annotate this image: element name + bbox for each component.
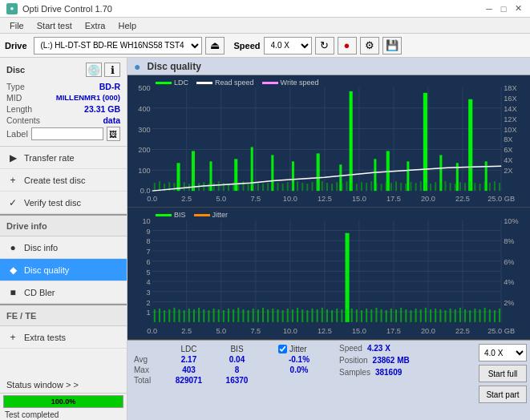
titlebar: ● Opti Drive Control 1.70 ─ □ ✕ — [0, 0, 530, 18]
svg-rect-208 — [311, 309, 313, 322]
stats-table-container: LDC BIS Jitter Avg — [131, 344, 323, 386]
svg-rect-231 — [420, 309, 422, 322]
svg-rect-212 — [331, 310, 333, 322]
svg-rect-80 — [257, 182, 259, 191]
jitter-checkbox[interactable] — [278, 345, 287, 353]
menu-file[interactable]: File — [3, 19, 30, 32]
svg-rect-98 — [346, 181, 348, 191]
nav-cd-bler[interactable]: ■ CD Bler — [0, 281, 127, 304]
svg-text:3: 3 — [147, 289, 151, 297]
svg-rect-112 — [415, 183, 417, 191]
drive-select[interactable]: (L:) HL-DT-ST BD-RE WH16NS58 TST4 — [34, 37, 202, 55]
nav-disc-quality[interactable]: ◆ Disc quality — [0, 259, 127, 281]
svg-rect-188 — [213, 309, 215, 322]
nav-transfer-rate[interactable]: ▶ Transfer rate — [0, 147, 127, 169]
test-speed-select[interactable]: 4.0 X — [479, 344, 527, 361]
disc-info-btn[interactable]: ℹ — [104, 63, 120, 77]
svg-rect-239 — [459, 308, 461, 322]
disc-info-icon: ● — [6, 241, 19, 254]
disc-length-row: Length 23.31 GB — [6, 104, 120, 114]
svg-rect-117 — [439, 183, 441, 191]
svg-rect-118 — [444, 181, 446, 191]
svg-rect-232 — [425, 308, 427, 322]
col-ldc: LDC — [163, 344, 215, 354]
refresh-button[interactable]: ↻ — [315, 37, 334, 55]
start-part-button[interactable]: Start part — [479, 386, 527, 403]
save-button[interactable]: 💾 — [382, 37, 402, 55]
svg-text:6X: 6X — [504, 147, 512, 155]
nav-transfer-rate-label: Transfer rate — [24, 153, 75, 163]
svg-rect-226 — [395, 309, 397, 322]
menu-extra[interactable]: Extra — [79, 19, 112, 32]
svg-rect-200 — [272, 309, 273, 322]
menu-start-test[interactable]: Start test — [30, 19, 79, 32]
avg-bis: 0.04 — [215, 354, 259, 365]
fe-te-section: FE / TE — [0, 304, 127, 326]
disc-mid-row: MID MILLENMR1 (000) — [6, 93, 120, 103]
eject-button[interactable]: ⏏ — [205, 37, 225, 55]
avg-label: Avg — [131, 354, 163, 365]
svg-rect-235 — [439, 309, 441, 322]
nav-verify-test-disc[interactable]: ✓ Verify test disc — [0, 192, 127, 214]
svg-rect-177 — [159, 309, 160, 322]
start-full-button[interactable]: Start full — [479, 365, 527, 382]
titlebar-left: ● Opti Drive Control 1.70 — [6, 3, 112, 14]
maximize-button[interactable]: □ — [498, 3, 509, 14]
svg-text:15.0: 15.0 — [352, 326, 366, 334]
chart-bis: BIS Jitter — [127, 208, 530, 340]
svg-rect-65 — [184, 182, 185, 191]
total-ldc: 829071 — [163, 375, 215, 386]
label-browse-button[interactable]: 🖼 — [107, 127, 120, 141]
speed-select[interactable]: 4.0 X — [264, 37, 312, 55]
svg-text:0.0: 0.0 — [147, 326, 157, 334]
svg-rect-181 — [179, 309, 180, 322]
svg-rect-216 — [346, 309, 348, 322]
extra-tests-icon: + — [6, 331, 19, 344]
speed-label: Speed — [234, 41, 261, 50]
menu-help[interactable]: Help — [111, 19, 143, 32]
options-button[interactable]: ⚙ — [360, 37, 379, 55]
app-icon: ● — [6, 3, 18, 14]
status-window-label: Status window > > — [6, 380, 79, 390]
svg-text:6: 6 — [147, 258, 151, 266]
chart-ldc: LDC Read speed Write speed — [127, 75, 530, 208]
svg-rect-227 — [400, 308, 402, 322]
record-button[interactable]: ● — [338, 37, 357, 55]
svg-text:100: 100 — [138, 167, 150, 175]
svg-rect-204 — [292, 309, 293, 322]
svg-rect-79 — [253, 183, 254, 191]
svg-rect-191 — [228, 309, 229, 322]
svg-rect-199 — [267, 309, 269, 322]
label-input[interactable] — [31, 127, 103, 140]
type-label: Type — [6, 82, 25, 91]
main-area: Disc 💿 ℹ Type BD-R MID MILLENMR1 (000) L… — [0, 58, 530, 420]
mid-label: MID — [6, 93, 22, 103]
svg-rect-122 — [464, 183, 466, 191]
svg-rect-83 — [272, 181, 273, 191]
svg-text:22.5: 22.5 — [455, 195, 470, 203]
nav-create-test-disc[interactable]: + Create test disc — [0, 169, 127, 192]
disc-info-panel: Disc 💿 ℹ Type BD-R MID MILLENMR1 (000) L… — [0, 58, 127, 147]
svg-rect-245 — [489, 309, 491, 322]
nav-extra-tests[interactable]: + Extra tests — [0, 326, 127, 349]
status-window-button[interactable]: Status window > > — [0, 376, 127, 394]
svg-rect-86 — [287, 182, 289, 191]
svg-rect-114 — [425, 183, 427, 191]
svg-rect-100 — [356, 184, 358, 191]
nav-disc-info[interactable]: ● Disc info — [0, 236, 127, 259]
svg-rect-59 — [154, 183, 156, 191]
minimize-button[interactable]: ─ — [483, 3, 495, 14]
svg-text:20.0: 20.0 — [421, 326, 435, 334]
position-label: Position — [339, 356, 368, 365]
status-text: Test completed — [0, 410, 127, 420]
close-button[interactable]: ✕ — [512, 3, 524, 14]
svg-text:300: 300 — [138, 126, 150, 134]
disc-header-label: Disc — [6, 65, 25, 75]
svg-text:12.5: 12.5 — [318, 326, 332, 334]
svg-rect-234 — [435, 309, 436, 322]
svg-rect-225 — [390, 309, 392, 322]
svg-rect-243 — [479, 309, 480, 322]
svg-rect-121 — [459, 182, 461, 191]
mid-value: MILLENMR1 (000) — [56, 93, 120, 103]
disc-icon-btn[interactable]: 💿 — [86, 63, 102, 77]
